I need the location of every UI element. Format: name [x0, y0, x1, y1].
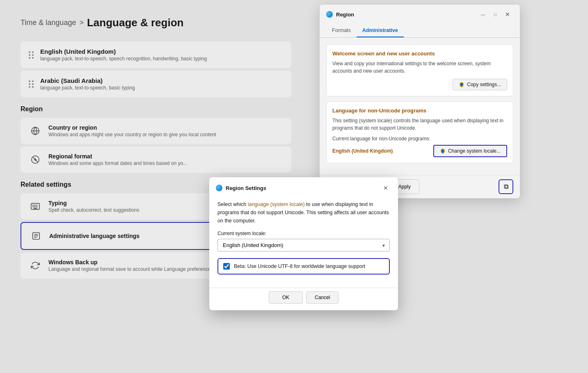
- rs-highlight: language (system locale): [248, 201, 305, 207]
- rs-globe-icon: [216, 185, 222, 191]
- unicode-section: Language for non-Unicode programs This s…: [326, 101, 513, 163]
- external-link-button[interactable]: ⧉: [499, 179, 513, 194]
- rs-locale-label: Current system locale:: [217, 231, 390, 236]
- current-lang-label: Current language for non-Unicode program…: [332, 136, 507, 142]
- rs-close-button[interactable]: ✕: [380, 182, 391, 194]
- region-dialog-titlebar: Region — □ ✕: [320, 5, 520, 24]
- tab-administrative[interactable]: Administrative: [357, 24, 404, 37]
- region-dialog-title: Region: [326, 11, 354, 18]
- region-dialog-minimize[interactable]: —: [477, 9, 489, 20]
- rs-body: Select which language (system locale) to…: [209, 197, 398, 288]
- shield-icon-locale: [440, 148, 446, 154]
- change-locale-label: Change system locale...: [448, 148, 501, 154]
- rs-checkbox-row[interactable]: Beta: Use Unicode UTF-8 for worldwide la…: [217, 258, 390, 275]
- rs-title-text: Region Settings: [226, 185, 266, 191]
- rs-description: Select which language (system locale) to…: [217, 200, 390, 225]
- copy-settings-label: Copy settings...: [467, 82, 501, 87]
- welcome-section-desc: View and copy your international setting…: [332, 60, 507, 75]
- rs-select-wrap: English (United Kingdom) ▼: [217, 239, 390, 252]
- region-settings-dialog: Region Settings ✕ Select which language …: [209, 177, 398, 310]
- current-lang-value: English (United Kingdom): [332, 148, 393, 154]
- rs-unicode-checkbox[interactable]: [223, 263, 230, 270]
- rs-cancel-button[interactable]: Cancel: [306, 291, 339, 304]
- welcome-section-title: Welcome screen and new user accounts: [332, 50, 507, 57]
- welcome-section: Welcome screen and new user accounts Vie…: [326, 44, 513, 96]
- rs-titlebar: Region Settings ✕: [209, 177, 398, 197]
- region-dialog-maximize[interactable]: □: [490, 9, 501, 20]
- region-dialog-title-text: Region: [336, 11, 354, 18]
- external-link-icon: ⧉: [504, 183, 508, 190]
- region-dialog-tabs: Formats Administrative: [320, 24, 520, 38]
- region-dialog-close[interactable]: ✕: [502, 9, 513, 20]
- rs-footer: OK Cancel: [209, 288, 398, 310]
- rs-locale-select[interactable]: English (United Kingdom): [217, 239, 390, 252]
- shield-icon: [459, 82, 464, 87]
- unicode-section-desc: This setting (system locale) controls th…: [332, 117, 507, 132]
- rs-ok-button[interactable]: OK: [269, 291, 303, 304]
- region-dialog-body: Welcome screen and new user accounts Vie…: [320, 38, 520, 175]
- change-system-locale-button[interactable]: Change system locale...: [433, 145, 507, 157]
- tab-formats[interactable]: Formats: [326, 24, 357, 37]
- rs-checkbox-label: Beta: Use Unicode UTF-8 for worldwide la…: [234, 263, 365, 269]
- region-dialog: Region — □ ✕ Formats Administrative Welc…: [319, 4, 520, 199]
- copy-settings-button[interactable]: Copy settings...: [453, 79, 507, 90]
- unicode-section-title: Language for non-Unicode programs: [332, 108, 507, 114]
- rs-title: Region Settings: [216, 185, 266, 191]
- globe-icon: [326, 11, 333, 18]
